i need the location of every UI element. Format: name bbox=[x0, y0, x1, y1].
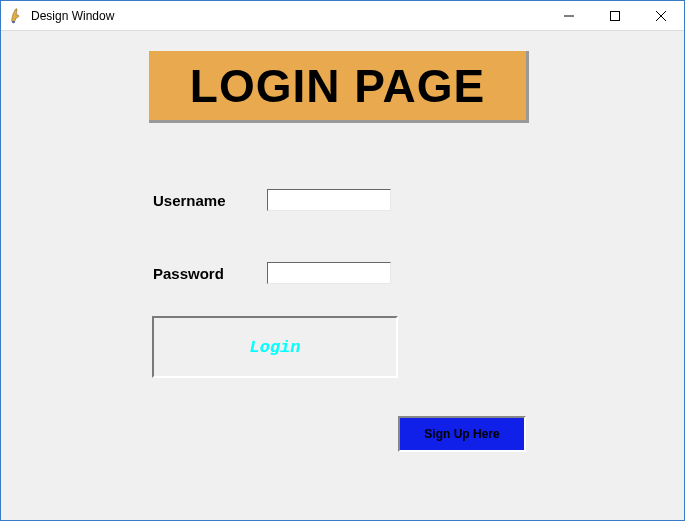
password-label: Password bbox=[153, 265, 224, 282]
signup-button[interactable]: Sign Up Here bbox=[398, 416, 526, 452]
app-icon bbox=[9, 8, 25, 24]
svg-rect-2 bbox=[611, 11, 620, 20]
window-titlebar: Design Window bbox=[1, 1, 684, 31]
username-label: Username bbox=[153, 192, 226, 209]
login-button[interactable]: Login bbox=[152, 316, 398, 378]
close-button[interactable] bbox=[638, 1, 684, 30]
window-controls bbox=[546, 1, 684, 30]
svg-point-0 bbox=[12, 21, 15, 23]
password-input[interactable] bbox=[267, 262, 391, 284]
client-area: LOGIN PAGE Username Password Login Sign … bbox=[1, 31, 684, 521]
window-title: Design Window bbox=[29, 9, 546, 23]
minimize-button[interactable] bbox=[546, 1, 592, 30]
username-input[interactable] bbox=[267, 189, 391, 211]
maximize-button[interactable] bbox=[592, 1, 638, 30]
page-title: LOGIN PAGE bbox=[149, 51, 529, 123]
